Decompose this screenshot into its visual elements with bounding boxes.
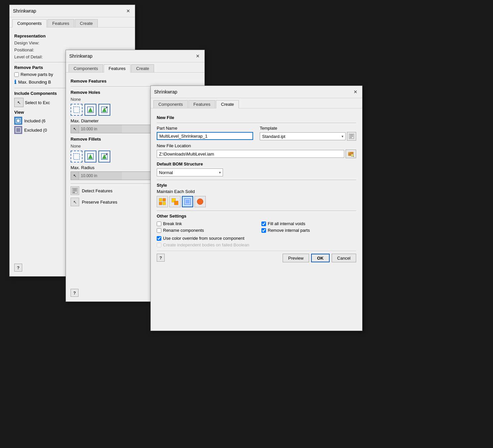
template-browse-btn[interactable]	[347, 132, 356, 141]
settings-col-left: Break link Rename components	[157, 221, 251, 234]
fillets-icon-2[interactable]	[84, 151, 96, 162]
tab-create-2[interactable]: Create	[131, 64, 154, 72]
max-radius-input[interactable]	[79, 172, 122, 180]
pointer-icon-fillets: ↖	[71, 172, 79, 180]
tab-create-1[interactable]: Create	[75, 19, 98, 27]
remove-internal-checkbox[interactable]	[261, 228, 266, 233]
rename-components-checkbox[interactable]	[157, 228, 161, 233]
style-icon-3[interactable]	[182, 196, 193, 207]
help-button-2[interactable]: ?	[71, 289, 79, 297]
svg-marker-12	[88, 154, 93, 159]
remove-internal-row: Remove internal parts	[261, 228, 356, 233]
select-excl-label: Select to Exc	[25, 100, 50, 105]
title-3: Shrinkwrap	[154, 89, 177, 95]
preserve-icon: ↖	[71, 198, 79, 206]
titlebar-3: Shrinkwrap ✕	[151, 86, 362, 98]
style-icon-2[interactable]	[169, 196, 181, 207]
svg-rect-18	[73, 189, 77, 190]
fill-voids-checkbox[interactable]	[261, 222, 266, 226]
settings-columns: Break link Rename components Fill all in…	[157, 221, 356, 234]
positional-label: Positional:	[14, 47, 44, 52]
use-color-label: Use color override from source component	[163, 236, 245, 241]
representation-title: Representation	[14, 33, 130, 38]
pointer-icon-holes: ↖	[71, 125, 79, 133]
create-independent-checkbox[interactable]	[157, 243, 161, 247]
body-3: New File Part Name Template Standard.ipt	[151, 108, 362, 266]
button-row-3: ? Preview OK Cancel	[157, 251, 356, 262]
holes-icon-2[interactable]	[84, 104, 96, 116]
max-bounding-label: Max. Bounding B	[18, 80, 51, 85]
cancel-button[interactable]: Cancel	[332, 254, 356, 262]
preserve-ptr-icon: ↖	[73, 200, 77, 205]
preserve-features-label: Preserve Features	[82, 200, 117, 205]
tab-features-2[interactable]: Features	[104, 64, 131, 73]
bom-label: Default BOM Structure	[157, 161, 356, 166]
ok-button[interactable]: OK	[311, 254, 330, 262]
info-icon: ℹ	[14, 79, 16, 85]
use-color-checkbox[interactable]	[157, 236, 161, 241]
template-select[interactable]: Standard.ipt	[260, 132, 346, 140]
style-icon-4[interactable]	[194, 196, 206, 207]
break-link-label: Break link	[163, 221, 182, 226]
tab-components-1[interactable]: Components	[12, 19, 47, 28]
holes-icon-1[interactable]	[71, 104, 82, 116]
template-row: Standard.ipt	[260, 132, 356, 141]
file-location-label: New File Location	[157, 143, 356, 148]
svg-rect-20	[73, 192, 75, 193]
tab-features-1[interactable]: Features	[47, 19, 74, 27]
tab-components-3[interactable]: Components	[153, 100, 188, 108]
part-name-template-labels: Part Name Template Standard.ipt	[157, 126, 356, 141]
style-icon-1[interactable]	[157, 196, 168, 207]
svg-rect-2	[16, 128, 21, 132]
svg-rect-24	[350, 137, 352, 138]
close-button-2[interactable]: ✕	[194, 53, 201, 59]
file-location-browse-btn[interactable]	[346, 150, 356, 158]
new-file-title: New File	[157, 115, 356, 120]
remove-features-title: Remove Features	[71, 79, 200, 84]
svg-rect-29	[159, 198, 162, 201]
included-label: Included (6	[24, 118, 45, 123]
close-button-1[interactable]: ✕	[125, 8, 132, 14]
close-button-3[interactable]: ✕	[352, 89, 359, 95]
create-independent-row: Create independent bodies on failed Bool…	[157, 242, 356, 247]
help-button-3[interactable]: ?	[157, 254, 165, 262]
title-1: Shrinkwrap	[13, 8, 36, 14]
template-col: Template Standard.ipt	[260, 126, 356, 141]
svg-rect-3	[74, 107, 80, 113]
part-name-input[interactable]	[157, 132, 253, 140]
style-section: Style Maintain Each Solid	[157, 183, 356, 207]
bom-select[interactable]: Normal	[157, 168, 223, 176]
break-link-row: Break link	[157, 221, 251, 226]
svg-point-37	[197, 199, 203, 205]
style-label: Style	[157, 183, 356, 188]
maintain-label: Maintain Each Solid	[157, 189, 356, 194]
holes-icon-3[interactable]	[98, 104, 110, 116]
help-button-1[interactable]: ?	[14, 264, 22, 272]
remove-parts-label: Remove parts by	[21, 72, 53, 77]
fillets-icon-1[interactable]	[71, 151, 82, 162]
svg-point-27	[351, 154, 354, 157]
svg-rect-10	[74, 154, 80, 160]
max-diameter-input[interactable]	[79, 125, 122, 133]
part-name-label: Part Name	[157, 126, 253, 131]
part-name-col: Part Name	[157, 126, 253, 141]
tab-create-3[interactable]: Create	[216, 100, 239, 108]
svg-rect-36	[186, 200, 190, 204]
tab-features-3[interactable]: Features	[189, 100, 215, 108]
help-btn-2-container: ?	[71, 289, 79, 297]
file-location-input[interactable]	[157, 150, 344, 158]
remove-parts-checkbox[interactable]	[14, 72, 19, 77]
svg-rect-26	[348, 152, 350, 153]
tab-bar-3: Components Features Create	[151, 98, 362, 108]
svg-rect-30	[163, 198, 166, 201]
included-icon	[14, 117, 22, 125]
svg-rect-34	[174, 201, 178, 205]
fillets-icon-3[interactable]	[98, 151, 110, 162]
cursor-icon-btn[interactable]: ↖	[14, 98, 24, 107]
tab-components-2[interactable]: Components	[69, 64, 103, 72]
svg-rect-1	[17, 119, 20, 122]
preview-button[interactable]: Preview	[283, 254, 309, 262]
tab-bar-2: Components Features Create	[66, 62, 204, 73]
create-independent-label: Create independent bodies on failed Bool…	[163, 242, 249, 247]
break-link-checkbox[interactable]	[157, 222, 161, 226]
